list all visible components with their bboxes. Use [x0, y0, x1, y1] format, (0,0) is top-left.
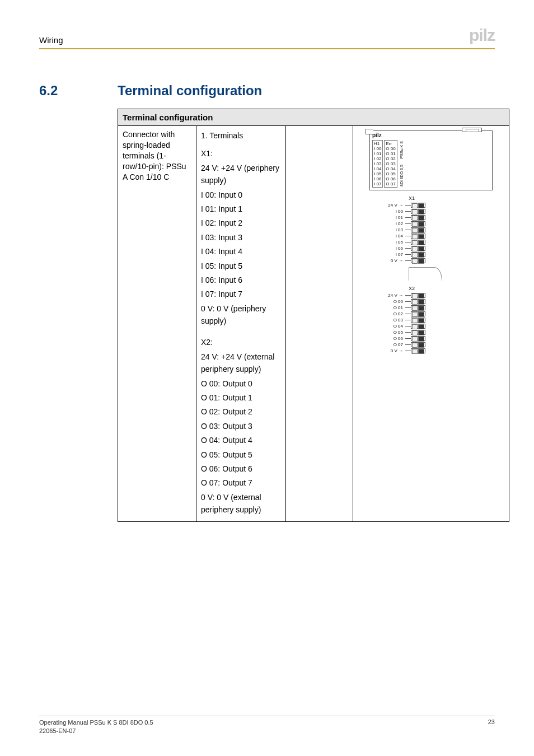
lead-line [405, 332, 411, 333]
x2-item: O 05: Output 5 [201, 449, 281, 461]
terminal-row: 0 V → [369, 258, 493, 264]
terminal-label: I 03 [369, 228, 405, 232]
terminal-row: I 03 [369, 227, 493, 233]
x2-item: O 00: Output 0 [201, 377, 281, 390]
terminal-label: I 07 [369, 253, 405, 257]
x1-item: I 01: Input 1 [201, 203, 281, 215]
x1-label: X1: [201, 147, 281, 160]
header-section: Wiring [39, 35, 63, 45]
terminal-label: I 04 [369, 234, 405, 239]
terminal-slot-icon [411, 203, 425, 208]
terminal-slot-icon [411, 293, 425, 298]
x1-item: I 02: Input 2 [201, 217, 281, 229]
table-header: Terminal configuration [118, 109, 509, 126]
side-text-1: PSSu K S [400, 141, 404, 158]
lead-line [405, 307, 411, 308]
terminal-row: I 07 [369, 251, 493, 258]
x2-item: 24 V: +24 V (external periphery supply) [201, 351, 281, 376]
terminal-slot-icon [411, 252, 425, 257]
x2-item: O 04: Output 4 [201, 434, 281, 446]
diagram-cell: pilz H1 I 00 I 01 I 02 I 03 I 04 I 05 I … [353, 126, 509, 521]
terminal-slot-icon [411, 324, 425, 329]
lead-line [405, 211, 411, 212]
terminal-slot-icon [411, 342, 425, 347]
terminal-row: O 00 [369, 298, 493, 305]
side-text-2: 8DI 8DO 0,5 [400, 165, 404, 186]
terminal-slot-icon [411, 258, 425, 263]
connector-icon [462, 128, 482, 132]
x2-block-label: X2 [409, 286, 493, 291]
terminal-label: O 05 [369, 330, 405, 335]
terminal-slot-icon [411, 234, 425, 239]
terminal-label: 24 V → [369, 203, 405, 208]
lead-line [405, 236, 411, 236]
terminal-row: I 01 [369, 214, 493, 221]
terminal-row: O 04 [369, 323, 493, 329]
x1-item: I 04: Input 4 [201, 245, 281, 258]
led-label: I 01 [373, 151, 382, 156]
led-label: O 04 [385, 166, 396, 171]
lead-line [405, 295, 411, 296]
terminal-label: O 01 [369, 306, 405, 310]
x2-item: O 01: Output 1 [201, 391, 281, 404]
terminal-row: I 04 [369, 233, 493, 239]
x1-item: I 05: Input 5 [201, 260, 281, 272]
terminal-row: 24 V → [369, 202, 493, 208]
terminal-label: 0 V → [369, 259, 405, 263]
led-col-left: H1 I 00 I 01 I 02 I 03 I 04 I 05 I 06 I … [372, 140, 383, 188]
empty-cell [286, 126, 353, 521]
terminals-cell: 1. Terminals X1: 24 V: +24 V (periphery … [196, 126, 286, 521]
led-label: O 01 [385, 151, 396, 156]
footer-line2: 22065-EN-07 [39, 727, 153, 735]
x2-item: O 06: Output 6 [201, 463, 281, 475]
terminals-heading: 1. Terminals [201, 129, 281, 142]
led-label: I 04 [373, 166, 382, 171]
led-label: O 06 [385, 176, 396, 181]
led-label: O 00 [385, 146, 396, 151]
terminal-label: I 01 [369, 216, 405, 220]
terminal-slot-icon [411, 215, 425, 220]
terminal-label: I 00 [369, 209, 405, 214]
x1-item: I 06: Input 6 [201, 274, 281, 286]
x1-item: I 00: Input 0 [201, 189, 281, 201]
x1-item: 0 V: 0 V (periphery supply) [201, 302, 281, 328]
terminal-label: I 02 [369, 222, 405, 226]
section-number: 6.2 [39, 83, 118, 99]
lead-line [405, 260, 411, 261]
terminal-row: O 05 [369, 329, 493, 335]
terminal-label: O 00 [369, 300, 405, 304]
terminal-label: I 05 [369, 240, 405, 245]
terminal-label: O 04 [369, 324, 405, 329]
table-row: Connector with spring-loaded terminals (… [118, 126, 509, 521]
led-label: O 03 [385, 161, 396, 166]
terminal-row: O 02 [369, 311, 493, 317]
footer-line1: Operating Manual PSSu K S 8DI 8DO 0.5 [39, 718, 153, 726]
terminal-row: O 07 [369, 342, 493, 348]
terminal-row: I 02 [369, 221, 493, 227]
terminal-row: O 01 [369, 305, 493, 311]
x1-item: I 07: Input 7 [201, 288, 281, 300]
page-header: Wiring pilz [39, 26, 495, 47]
lead-line [405, 338, 411, 339]
section-heading: 6.2 Terminal configuration [39, 83, 495, 99]
lead-line [405, 217, 411, 218]
led-label: O 05 [385, 171, 396, 176]
lead-line [405, 314, 411, 314]
x2-item: O 02: Output 2 [201, 405, 281, 418]
terminal-slot-icon [411, 227, 425, 232]
module-curve-icon [409, 267, 442, 281]
lead-line [405, 351, 411, 351]
terminal-config-table: Terminal configuration Connector with sp… [118, 109, 509, 522]
clip-icon [366, 129, 373, 134]
terminal-row: 0 V → [369, 348, 493, 354]
terminal-label: I 06 [369, 246, 405, 251]
lead-line [405, 223, 411, 224]
page-number: 23 [488, 718, 495, 735]
terminal-slot-icon [411, 305, 425, 310]
terminal-label: O 03 [369, 318, 405, 323]
page-footer: Operating Manual PSSu K S 8DI 8DO 0.5 22… [39, 716, 495, 735]
terminal-slot-icon [411, 348, 425, 353]
module-brand: pilz [372, 133, 490, 138]
section-title: Terminal configuration [118, 83, 262, 99]
x1-item: I 03: Input 3 [201, 231, 281, 244]
